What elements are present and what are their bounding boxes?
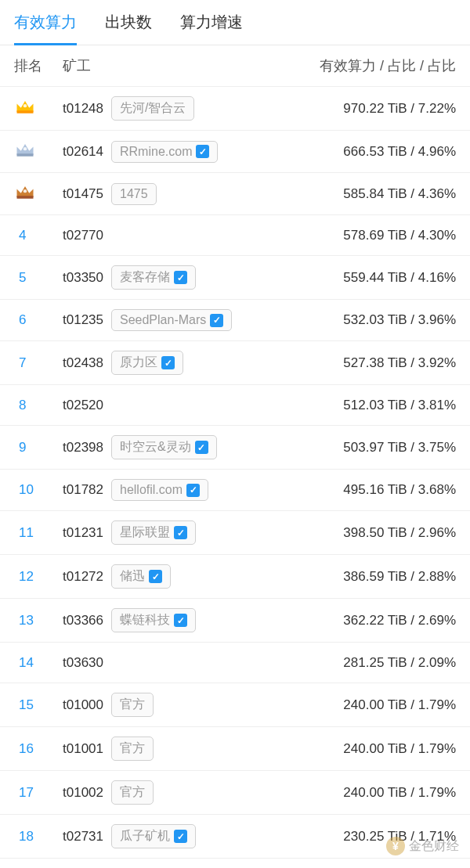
table-row[interactable]: t014751475585.84 TiB / 4.36%: [0, 173, 470, 215]
rank-number: 5: [14, 270, 26, 286]
verified-icon: ✓: [196, 145, 209, 158]
miner-id[interactable]: t01001: [63, 741, 103, 757]
miner-id[interactable]: t03630: [63, 655, 103, 671]
table-row[interactable]: t01248先河/智合云970.22 TiB / 7.22%: [0, 87, 470, 131]
watermark: ¥ 金色财经: [386, 837, 459, 855]
miner-id[interactable]: t02731: [63, 829, 103, 845]
miner-cell: t01002官方: [63, 780, 343, 805]
table-row[interactable]: 4t02770578.69 TiB / 4.30%: [0, 215, 470, 256]
miner-cell: t014751475: [63, 183, 343, 205]
miner-tag-label: 官方: [120, 697, 145, 713]
value-cell: 578.69 TiB / 4.30%: [343, 228, 456, 243]
miner-tag[interactable]: 时空云&灵动✓: [111, 435, 217, 459]
miner-tag-label: 星际联盟: [120, 524, 170, 541]
miner-cell: t01000官方: [63, 693, 343, 717]
table-row[interactable]: 19t01236SeedPlan-Saturn✓227.69 TiB / 1.6…: [0, 859, 470, 868]
miner-tag[interactable]: 瓜子矿机✓: [111, 824, 196, 848]
miner-id[interactable]: t02520: [63, 398, 103, 413]
miner-tag-label: 官方: [120, 784, 145, 801]
miner-id[interactable]: t01002: [63, 785, 103, 801]
table-row[interactable]: 17t01002官方240.00 TiB / 1.79%: [0, 771, 470, 815]
header-miner: 矿工: [63, 56, 320, 75]
miner-tag[interactable]: hellofil.com✓: [111, 479, 208, 501]
rank-number: 11: [14, 525, 34, 541]
miner-id[interactable]: t01272: [63, 569, 103, 585]
table-row[interactable]: 12t01272储迅✓386.59 TiB / 2.88%: [0, 555, 470, 599]
value-cell: 362.22 TiB / 2.69%: [343, 613, 456, 628]
tab-power-growth[interactable]: 算力增速: [180, 0, 243, 45]
miner-cell: t03366蝶链科技✓: [63, 608, 343, 632]
value-cell: 532.03 TiB / 3.96%: [343, 312, 456, 328]
miner-id[interactable]: t02770: [63, 228, 103, 243]
miner-tag-label: 官方: [120, 740, 145, 757]
miner-id[interactable]: t03366: [63, 613, 103, 628]
miner-cell: t01235SeedPlan-Mars✓: [63, 309, 343, 331]
miner-id[interactable]: t01231: [63, 525, 103, 541]
miner-cell: t01272储迅✓: [63, 564, 343, 589]
miner-cell: t01248先河/智合云: [63, 96, 343, 121]
table-row[interactable]: 10t01782hellofil.com✓495.16 TiB / 3.68%: [0, 470, 470, 511]
miner-tag-label: 原力区: [120, 355, 157, 371]
miner-id[interactable]: t01000: [63, 697, 103, 713]
svg-rect-4: [17, 196, 34, 199]
miner-id[interactable]: t01782: [63, 482, 103, 498]
miner-tag[interactable]: 先河/智合云: [111, 96, 194, 121]
rank-cell: 14: [14, 655, 63, 671]
miner-id[interactable]: t01475: [63, 186, 103, 202]
miner-tag[interactable]: 原力区✓: [111, 351, 183, 375]
table-row[interactable]: 13t03366蝶链科技✓362.22 TiB / 2.69%: [0, 599, 470, 643]
table-row[interactable]: 7t02438原力区✓527.38 TiB / 3.92%: [0, 341, 470, 385]
rank-number: 18: [14, 829, 34, 845]
rank-cell: 9: [14, 440, 63, 456]
rank-cell: [14, 182, 63, 205]
miner-tag-label: 时空云&灵动: [120, 439, 191, 456]
miner-tag[interactable]: 1475: [111, 183, 157, 205]
miner-tag[interactable]: 官方: [111, 693, 154, 717]
value-cell: 386.59 TiB / 2.88%: [343, 569, 456, 585]
tab-effective-power[interactable]: 有效算力: [14, 0, 77, 45]
miner-tag[interactable]: 官方: [111, 780, 154, 805]
miner-id[interactable]: t01248: [63, 101, 103, 117]
miner-id[interactable]: t02398: [63, 440, 103, 456]
table-row[interactable]: 14t03630281.25 TiB / 2.09%: [0, 643, 470, 683]
miner-id[interactable]: t01235: [63, 312, 103, 328]
rank-cell: 12: [14, 569, 63, 585]
miner-tag[interactable]: 储迅✓: [111, 564, 171, 589]
miner-tag[interactable]: RRmine.com✓: [111, 141, 218, 163]
tab-bar: 有效算力 出块数 算力增速: [0, 0, 470, 45]
verified-icon: ✓: [195, 441, 208, 454]
table-row[interactable]: 6t01235SeedPlan-Mars✓532.03 TiB / 3.96%: [0, 300, 470, 341]
miner-tag[interactable]: 蝶链科技✓: [111, 608, 196, 632]
svg-point-3: [24, 147, 27, 150]
table-header: 排名 矿工 有效算力 / 占比 / 占比: [0, 45, 470, 87]
miner-id[interactable]: t02438: [63, 355, 103, 371]
miner-tag-label: 瓜子矿机: [120, 828, 170, 845]
header-rank: 排名: [14, 56, 63, 75]
rank-cell: 8: [14, 398, 63, 413]
miner-cell: t01782hellofil.com✓: [63, 479, 343, 501]
table-row[interactable]: 16t01001官方240.00 TiB / 1.79%: [0, 727, 470, 771]
miner-tag[interactable]: 星际联盟✓: [111, 520, 196, 545]
table-body: t01248先河/智合云970.22 TiB / 7.22% t02614RRm…: [0, 87, 470, 868]
miner-id[interactable]: t02614: [63, 144, 103, 160]
verified-icon: ✓: [174, 614, 187, 627]
value-cell: 512.03 TiB / 3.81%: [343, 398, 456, 413]
table-row[interactable]: 8t02520512.03 TiB / 3.81%: [0, 385, 470, 426]
rank-number: 8: [14, 398, 26, 413]
rank-cell: 15: [14, 697, 63, 713]
table-row[interactable]: 9t02398时空云&灵动✓503.97 TiB / 3.75%: [0, 426, 470, 470]
verified-icon: ✓: [174, 271, 187, 284]
table-row[interactable]: 15t01000官方240.00 TiB / 1.79%: [0, 683, 470, 727]
miner-tag[interactable]: SeedPlan-Mars✓: [111, 309, 232, 331]
rank-cell: 7: [14, 355, 63, 371]
table-row[interactable]: t02614RRmine.com✓666.53 TiB / 4.96%: [0, 131, 470, 173]
table-row[interactable]: 11t01231星际联盟✓398.50 TiB / 2.96%: [0, 511, 470, 555]
rank-cell: 17: [14, 785, 63, 801]
miner-tag[interactable]: 麦客存储✓: [111, 265, 196, 290]
rank-cell: 16: [14, 741, 63, 757]
table-row[interactable]: 5t03350麦客存储✓559.44 TiB / 4.16%: [0, 256, 470, 300]
miner-tag-label: 先河/智合云: [120, 100, 186, 117]
miner-id[interactable]: t03350: [63, 270, 103, 286]
tab-block-count[interactable]: 出块数: [105, 0, 152, 45]
miner-tag[interactable]: 官方: [111, 737, 154, 761]
